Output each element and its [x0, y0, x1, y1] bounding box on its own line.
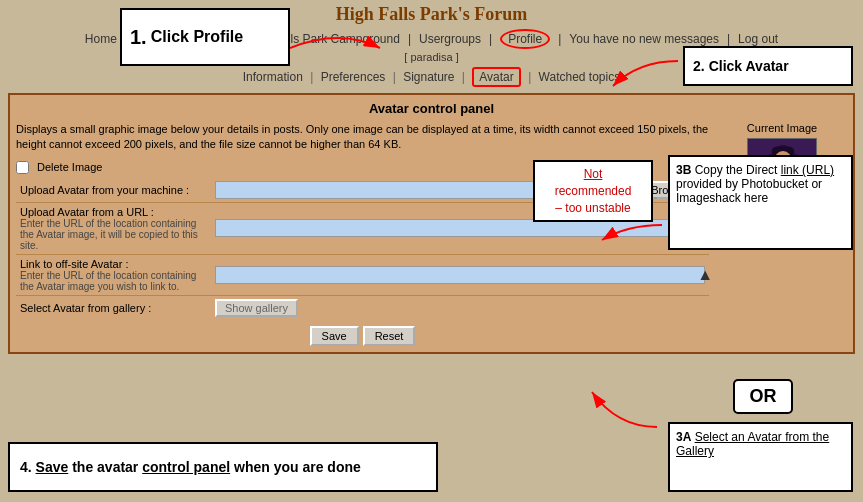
- arrow-3a: [587, 382, 667, 432]
- nav-usergroups[interactable]: Usergroups: [419, 32, 481, 46]
- gallery-label: Select Avatar from gallery :: [16, 295, 211, 320]
- arrow-3b: [597, 220, 667, 250]
- annotation-step3b-box: 3B Copy the Direct link (URL) provided b…: [668, 155, 853, 250]
- arrow-to-avatar: [608, 56, 688, 96]
- panel-title: Avatar control panel: [16, 101, 847, 116]
- step3a-text: Select an Avatar from the Gallery: [676, 430, 829, 458]
- reset-button[interactable]: Reset: [363, 326, 416, 346]
- description-text: Displays a small graphic image below you…: [16, 122, 709, 153]
- annotation-step3a-box: 3A Select an Avatar from the Gallery: [668, 422, 853, 492]
- save-button[interactable]: Save: [310, 326, 359, 346]
- not-recommended-box: Not recommended– too unstable: [533, 160, 653, 222]
- link-offsite-row: Link to off-site Avatar : Enter the URL …: [16, 254, 709, 295]
- sub-nav-preferences[interactable]: Preferences: [321, 70, 386, 84]
- gallery-row: Select Avatar from gallery : Show galler…: [16, 295, 709, 320]
- step4-text: 4. Save the avatar control panel when yo…: [20, 459, 361, 475]
- current-image-label: Current Image: [747, 122, 817, 134]
- action-buttons: Save Reset: [16, 326, 709, 346]
- step1-text: Click Profile: [151, 28, 243, 46]
- step1-number: 1.: [130, 26, 147, 49]
- upload-url-sublabel: Enter the URL of the location containing…: [20, 218, 207, 251]
- nav-messages: You have no new messages: [569, 32, 719, 46]
- nav-profile[interactable]: Profile: [500, 29, 550, 49]
- arrow-to-profile: [290, 28, 390, 68]
- offsite-arrow-indicator: ▲: [697, 266, 713, 284]
- link-offsite-input[interactable]: [215, 266, 705, 284]
- annotation-or-box: OR: [733, 379, 793, 414]
- annotation-step4-box: 4. Save the avatar control panel when yo…: [8, 442, 438, 492]
- sub-nav-avatar[interactable]: Avatar: [472, 67, 520, 87]
- sub-nav-signature[interactable]: Signature: [403, 70, 454, 84]
- upload-machine-label: Upload Avatar from your machine :: [16, 178, 211, 203]
- step3b-text: Copy the Direct link (URL) provided by P…: [676, 163, 834, 205]
- annotation-step1-box: 1. Click Profile: [120, 8, 290, 66]
- step3b-num: 3B: [676, 163, 691, 177]
- not-recommended-text: recommended– too unstable: [555, 184, 632, 215]
- nav-home[interactable]: Home: [85, 32, 117, 46]
- delete-image-checkbox[interactable]: [16, 161, 29, 174]
- not-word: Not: [584, 167, 603, 181]
- step2-number: 2.: [693, 58, 705, 74]
- sub-nav-information[interactable]: Information: [243, 70, 303, 84]
- upload-url-label: Upload Avatar from a URL :: [20, 206, 207, 218]
- annotation-step2-box: 2. Click Avatar: [683, 46, 853, 86]
- delete-image-label: Delete Image: [37, 161, 102, 173]
- nav-logout[interactable]: Log out: [738, 32, 778, 46]
- link-offsite-label: Link to off-site Avatar :: [20, 258, 207, 270]
- or-text: OR: [750, 386, 777, 407]
- link-offsite-sublabel: Enter the URL of the location containing…: [20, 270, 207, 292]
- step2-text: Click Avatar: [709, 58, 789, 74]
- show-gallery-button[interactable]: Show gallery: [215, 299, 298, 317]
- step3a-num: 3A: [676, 430, 691, 444]
